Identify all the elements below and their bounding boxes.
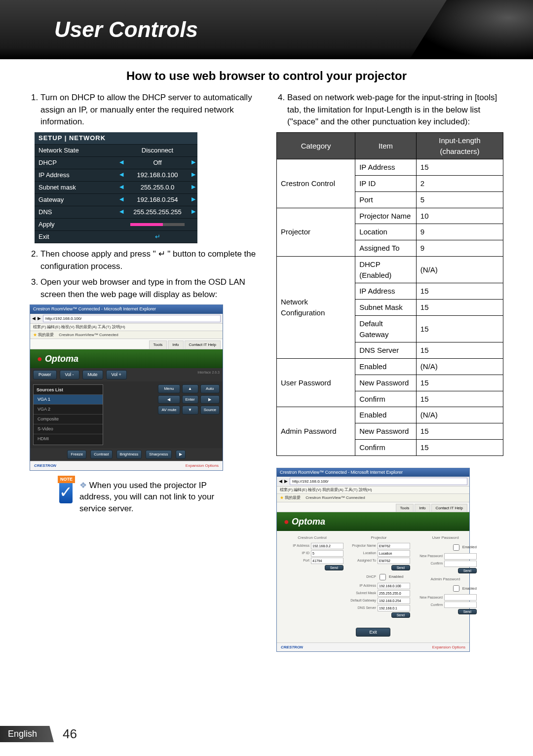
- crestron-ipid-input[interactable]: [311, 550, 343, 557]
- address-bar[interactable]: http://192.168.0.100/: [43, 315, 221, 323]
- osd-value[interactable]: ◀192.168.0.254▶: [117, 195, 197, 205]
- send-button[interactable]: Send: [325, 565, 343, 570]
- up-arrow-button[interactable]: ▲: [182, 384, 198, 393]
- send-button[interactable]: Send: [458, 609, 477, 614]
- send-button[interactable]: Send: [458, 568, 477, 573]
- table-header: Item: [355, 132, 417, 159]
- contrast-button[interactable]: Contrast: [90, 450, 112, 459]
- gateway-input[interactable]: [378, 598, 410, 604]
- camera-lens-decoration: [410, 0, 533, 59]
- tab-info[interactable]: Info: [168, 340, 183, 349]
- osd-apply-slider[interactable]: [117, 220, 197, 229]
- projector-name-input[interactable]: [378, 543, 410, 549]
- check-icon: ✓: [59, 480, 73, 504]
- item-cell: New Password: [355, 423, 417, 440]
- sources-header: Sources List: [34, 386, 103, 394]
- source-item[interactable]: VGA 2: [34, 404, 103, 414]
- brightness-button[interactable]: Brightness: [116, 450, 142, 459]
- osd-header: SETUP | NETWORK: [35, 134, 197, 143]
- freeze-button[interactable]: Freeze: [67, 450, 86, 459]
- back-icon[interactable]: ◀: [32, 315, 36, 322]
- projector-ip-input[interactable]: [378, 583, 410, 589]
- arrow-left-icon[interactable]: ◀: [119, 208, 123, 216]
- arrow-left-icon[interactable]: ◀: [119, 183, 123, 191]
- projector-assigned-input[interactable]: [378, 558, 410, 564]
- arrow-right-icon[interactable]: ▶: [191, 158, 195, 166]
- projector-location-input[interactable]: [378, 550, 410, 557]
- favorites-item[interactable]: Crestron RoomView™ Connected: [59, 332, 118, 338]
- source-item[interactable]: S-Video: [34, 424, 103, 434]
- right-arrow-button[interactable]: ▶: [200, 395, 220, 404]
- osd-exit[interactable]: ↵: [117, 232, 197, 242]
- arrow-left-icon[interactable]: ◀: [119, 158, 123, 166]
- tab-contact[interactable]: Contact IT Help: [185, 340, 221, 349]
- adminpw-confirm-input[interactable]: [444, 602, 477, 608]
- arrow-right-icon[interactable]: ▶: [191, 171, 195, 179]
- down-arrow-button[interactable]: ▼: [182, 406, 198, 415]
- category-cell: Admin Password: [277, 407, 355, 455]
- userpw-new-input[interactable]: [444, 553, 477, 560]
- send-button[interactable]: Send: [391, 565, 410, 570]
- osd-value[interactable]: ◀255.255.255.255▶: [117, 208, 197, 217]
- tab-contact[interactable]: Contact IT Help: [431, 504, 467, 512]
- vol-down-button[interactable]: Vol -: [60, 370, 79, 379]
- expand-arrow-button[interactable]: ▶: [176, 450, 186, 459]
- left-arrow-button[interactable]: ◀: [158, 395, 180, 404]
- favorites-label[interactable]: 我的最愛: [38, 333, 54, 337]
- arrow-right-icon[interactable]: ▶: [191, 208, 195, 216]
- userpw-enabled-checkbox[interactable]: [453, 544, 459, 551]
- favorites-star-icon[interactable]: ★: [33, 333, 37, 337]
- menu-button[interactable]: Menu: [158, 384, 180, 393]
- sharpness-button[interactable]: Sharpness: [146, 450, 171, 459]
- osd-value[interactable]: ◀192.168.0.100▶: [117, 171, 197, 180]
- dns-input[interactable]: [378, 605, 410, 611]
- expansion-options-link[interactable]: Expansion Options: [186, 463, 219, 469]
- arrow-left-icon[interactable]: ◀: [119, 195, 123, 203]
- browser-menubar[interactable]: 檔案(F) 編輯(E) 檢視(V) 我的最愛(A) 工具(T) 說明(H): [277, 487, 469, 494]
- dhcp-checkbox[interactable]: [380, 574, 386, 580]
- favorites-label[interactable]: 我的最愛: [285, 495, 301, 500]
- exit-button[interactable]: Exit: [356, 628, 390, 637]
- adminpw-new-input[interactable]: [444, 594, 477, 601]
- source-item[interactable]: HDMI: [34, 434, 103, 444]
- power-button[interactable]: Power: [33, 370, 57, 379]
- expansion-options-link[interactable]: Expansion Options: [432, 644, 465, 650]
- osd-label: Gateway: [35, 195, 117, 205]
- crestron-ip-input[interactable]: [311, 543, 343, 549]
- favorites-star-icon[interactable]: ★: [280, 495, 284, 500]
- subnet-mask-input[interactable]: [378, 590, 410, 597]
- source-item[interactable]: VGA 1: [34, 394, 103, 404]
- avmute-button[interactable]: AV mute: [158, 406, 180, 415]
- arrow-left-icon[interactable]: ◀: [119, 171, 123, 179]
- tab-tools[interactable]: Tools: [149, 340, 167, 349]
- tab-tools[interactable]: Tools: [396, 504, 414, 512]
- passwords-panel: User Password Enabled New Password Confi…: [414, 535, 477, 620]
- osd-value[interactable]: ◀Off▶: [117, 158, 197, 168]
- length-cell: (N/A): [416, 359, 503, 375]
- mute-button[interactable]: Mute: [82, 370, 103, 379]
- osd-label: DHCP: [35, 158, 117, 168]
- browser-menubar[interactable]: 檔案(F) 編輯(E) 檢視(V) 我的最愛(A) 工具(T) 說明(H): [30, 324, 223, 331]
- adminpw-enabled-checkbox[interactable]: [453, 585, 459, 592]
- forward-icon[interactable]: ▶: [284, 478, 288, 485]
- arrow-right-icon[interactable]: ▶: [191, 195, 195, 203]
- osd-value[interactable]: ◀255.255.0.0▶: [117, 183, 197, 192]
- tab-info[interactable]: Info: [415, 504, 430, 512]
- length-cell: 15: [416, 315, 503, 342]
- vol-up-button[interactable]: Vol +: [106, 370, 127, 379]
- enter-button[interactable]: Enter: [182, 395, 198, 404]
- source-item[interactable]: Composite: [34, 414, 103, 424]
- auto-button[interactable]: Auto: [200, 384, 220, 393]
- osd-label: Exit: [35, 232, 117, 242]
- arrow-right-icon[interactable]: ▶: [191, 183, 195, 191]
- crestron-port-input[interactable]: [311, 558, 343, 564]
- back-icon[interactable]: ◀: [279, 478, 282, 485]
- send-button[interactable]: Send: [391, 612, 410, 618]
- source-button[interactable]: Source: [200, 406, 220, 415]
- item-cell: Location: [355, 224, 417, 240]
- step-3: Open your web browser and type in from t…: [40, 276, 257, 301]
- address-bar[interactable]: http://192.168.0.100/: [290, 478, 467, 486]
- favorites-item[interactable]: Crestron RoomView™ Connected: [305, 495, 365, 501]
- userpw-confirm-input[interactable]: [444, 561, 477, 567]
- forward-icon[interactable]: ▶: [38, 315, 41, 322]
